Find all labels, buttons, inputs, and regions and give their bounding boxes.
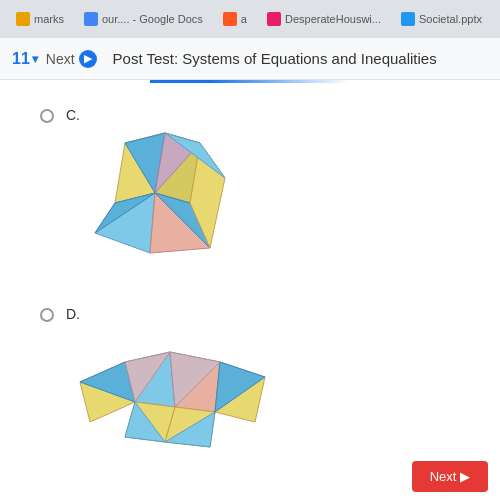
tab-label-a: a — [241, 13, 247, 25]
chevron-down-icon[interactable]: ▾ — [32, 52, 38, 66]
tab-marks[interactable]: marks — [8, 4, 72, 34]
shape-c-svg — [70, 123, 250, 268]
tab-favicon-marks — [16, 12, 30, 26]
option-c-row[interactable]: C. — [40, 103, 460, 272]
tab-label-marks: marks — [34, 13, 64, 25]
shape-d-svg — [70, 322, 280, 452]
bottom-bar: Next ▶ — [400, 453, 500, 500]
shape-d — [70, 322, 280, 456]
next-arrow-icon[interactable]: ▶ — [79, 50, 97, 68]
question-number[interactable]: 11 ▾ — [12, 50, 38, 68]
tab-favicon-docs — [84, 12, 98, 26]
radio-d[interactable] — [40, 308, 54, 322]
tab-favicon-desperate — [267, 12, 281, 26]
tab-google-docs[interactable]: our.... - Google Docs — [76, 4, 211, 34]
tab-favicon-a — [223, 12, 237, 26]
next-button[interactable]: Next ▶ — [46, 50, 97, 68]
question-num-value: 11 — [12, 50, 30, 68]
option-d-row[interactable]: D. — [40, 302, 460, 456]
tab-label-societal: Societal.pptx — [419, 13, 482, 25]
tab-a[interactable]: a — [215, 4, 255, 34]
toolbar: 11 ▾ Next ▶ Post Test: Systems of Equati… — [0, 38, 500, 80]
tab-favicon-societal — [401, 12, 415, 26]
tab-label-desperate: DesperateHouswi... — [285, 13, 381, 25]
option-d-label: D. — [66, 306, 280, 322]
tab-4000[interactable]: 4000+ PA... — [494, 4, 500, 34]
tab-societal[interactable]: Societal.pptx — [393, 4, 490, 34]
page-title: Post Test: Systems of Equations and Ineq… — [113, 50, 437, 67]
tab-desperate[interactable]: DesperateHouswi... — [259, 4, 389, 34]
tab-label-docs: our.... - Google Docs — [102, 13, 203, 25]
radio-c[interactable] — [40, 109, 54, 123]
option-c-label: C. — [66, 107, 250, 123]
main-content: C. — [0, 83, 500, 476]
next-page-button[interactable]: Next ▶ — [412, 461, 488, 492]
shape-c — [70, 123, 250, 272]
next-label: Next — [46, 51, 75, 67]
tab-bar: marks our.... - Google Docs a DesperateH… — [0, 0, 500, 38]
